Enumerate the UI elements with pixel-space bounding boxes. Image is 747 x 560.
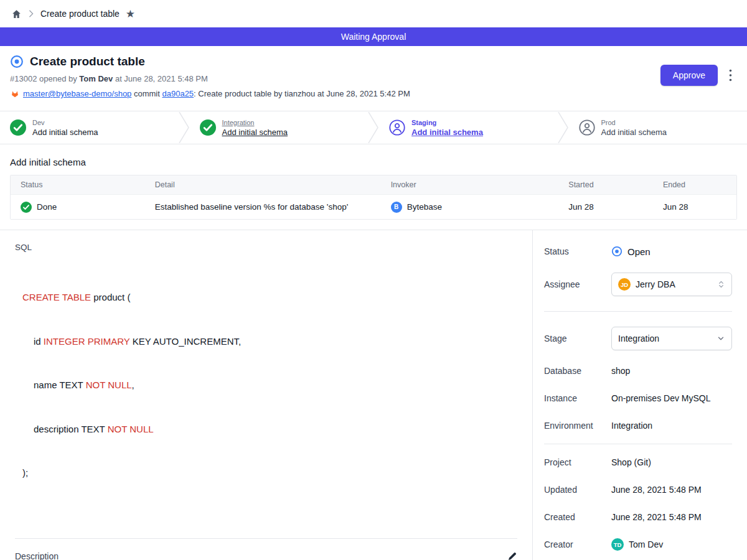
issue-id-text: #13002 opened by [10, 74, 77, 83]
stage-select[interactable]: Integration [611, 327, 732, 350]
status-label: Status [544, 246, 611, 256]
repo-link[interactable]: master@bytebase-demo/shop [23, 89, 131, 98]
status-row: Status Open [544, 243, 732, 260]
pipeline-stage-integration[interactable]: Integration Add initial schema [190, 111, 369, 144]
task-section: Add initial schema Status Detail Invoker… [0, 144, 747, 220]
status-text: Open [627, 246, 651, 257]
edit-pencil-icon[interactable] [507, 551, 517, 560]
issue-open-icon [10, 55, 24, 68]
instance-row: Instance On-premises Dev MySQL [544, 389, 732, 408]
divider [15, 538, 517, 539]
issue-sidebar: Status Open Assignee JD Jerry DBA [532, 230, 747, 560]
avatar: B [391, 202, 402, 213]
assignee-value: Jerry DBA [636, 279, 712, 289]
stage-text: Staging Add initial schema [411, 119, 483, 137]
database-value: shop [611, 366, 630, 376]
task-detail-cell: Established baseline version %s for data… [145, 202, 381, 212]
check-circle-icon [10, 119, 26, 136]
description-label: Description [15, 551, 59, 560]
left-panel: SQL CREATE TABLE product ( id INTEGER PR… [0, 230, 532, 560]
updated-value: June 28, 2021 5:48 PM [611, 485, 702, 495]
issue-time: at June 28, 2021 5:48 PM [115, 74, 208, 83]
database-label: Database [544, 366, 611, 376]
created-label: Created [544, 512, 611, 522]
kebab-menu-icon[interactable] [728, 68, 733, 83]
issue-header: Create product table #13002 opened by To… [0, 46, 747, 111]
assignee-row: Assignee JD Jerry DBA [544, 273, 732, 296]
sql-text: ); [22, 467, 28, 478]
task-table: Status Detail Invoker Started Ended Done… [10, 175, 737, 220]
database-row: Database shop [544, 362, 732, 380]
stage-task: Add initial schema [601, 128, 667, 137]
banner-label: Waiting Approval [341, 32, 406, 42]
creator-row: Creator TD Tom Dev [544, 535, 732, 554]
approve-button[interactable]: Approve [660, 65, 718, 86]
creator-name: Tom Dev [629, 539, 663, 549]
issue-meta: #13002 opened by Tom Dev at June 28, 202… [10, 74, 737, 83]
column-ended: Ended [653, 180, 736, 189]
stage-name: Staging [411, 119, 483, 126]
stage-name: Dev [32, 119, 98, 126]
sql-text: id [34, 336, 44, 347]
stage-label: Stage [544, 334, 611, 343]
sql-line: CREATE TABLE product ( [22, 290, 517, 305]
stage-text: Prod Add initial schema [601, 119, 667, 137]
sql-text: description TEXT [34, 424, 108, 434]
instance-label: Instance [544, 393, 611, 403]
column-invoker: Invoker [381, 180, 559, 189]
assignee-select[interactable]: JD Jerry DBA [611, 273, 732, 296]
commit-message: : Create product table by tianzhou at Ju… [194, 89, 410, 98]
chevron-down-icon [716, 334, 725, 343]
person-circle-icon [579, 119, 595, 136]
sql-keyword: NOT NULL [86, 380, 132, 390]
sql-text: product ( [91, 292, 130, 302]
pipeline-stage-prod[interactable]: Prod Add initial schema [569, 111, 747, 144]
stage-text: Dev Add initial schema [32, 119, 98, 137]
instance-value: On-premises Dev MySQL [611, 393, 710, 403]
created-value: June 28, 2021 5:48 PM [611, 512, 702, 522]
updated-label: Updated [544, 485, 611, 495]
page-title: Create product table [30, 55, 145, 68]
stage-name: Prod [601, 119, 667, 126]
environment-label: Environment [544, 421, 611, 431]
stage-task-link[interactable]: Add initial schema [411, 128, 483, 137]
sql-line: id INTEGER PRIMARY KEY AUTO_INCREMENT, [22, 334, 517, 349]
title-row: Create product table [10, 55, 737, 68]
issue-open-icon [611, 246, 622, 257]
stage-separator-icon [179, 111, 190, 144]
pipeline-stage-staging[interactable]: Staging Add initial schema [379, 111, 558, 144]
app: Create product table ★ Waiting Approval … [0, 0, 747, 560]
sql-section-label: SQL [15, 243, 517, 252]
updated-row: Updated June 28, 2021 5:48 PM [544, 480, 732, 499]
sql-line: name TEXT NOT NULL, [22, 378, 517, 393]
home-icon[interactable] [11, 9, 22, 19]
commit-hash-link[interactable]: da90a25 [162, 89, 194, 98]
breadcrumb-title: Create product table [40, 9, 120, 19]
issue-author: Tom Dev [79, 74, 113, 83]
project-value: Shop (Git) [611, 457, 651, 467]
description-header: Description [15, 551, 517, 560]
task-status-cell: Done [11, 202, 145, 213]
star-icon[interactable]: ★ [126, 9, 135, 19]
stage-row: Stage Integration [544, 327, 732, 350]
pipeline-stage-dev[interactable]: Dev Add initial schema [0, 111, 179, 144]
chevron-updown-icon [717, 279, 725, 289]
sql-line: ); [22, 465, 517, 480]
stage-value: Integration [618, 334, 712, 343]
table-row: Done Established baseline version %s for… [11, 194, 736, 219]
stage-separator-icon [558, 111, 569, 144]
status-value: Open [611, 246, 651, 257]
creator-label: Creator [544, 539, 611, 549]
task-table-header: Status Detail Invoker Started Ended [11, 175, 736, 194]
task-invoker-cell: B Bytebase [381, 202, 559, 213]
main-content: SQL CREATE TABLE product ( id INTEGER PR… [0, 230, 747, 560]
project-row: Project Shop (Git) [544, 453, 732, 472]
assignee-label: Assignee [544, 279, 611, 289]
stage-name: Integration [222, 119, 288, 126]
person-circle-icon [389, 119, 405, 136]
sql-text: KEY AUTO_INCREMENT, [129, 336, 241, 347]
sql-line: description TEXT NOT NULL [22, 422, 517, 437]
header-actions: Approve [660, 65, 733, 86]
stage-task-link[interactable]: Add initial schema [222, 128, 288, 137]
commit-word: commit [134, 89, 160, 98]
